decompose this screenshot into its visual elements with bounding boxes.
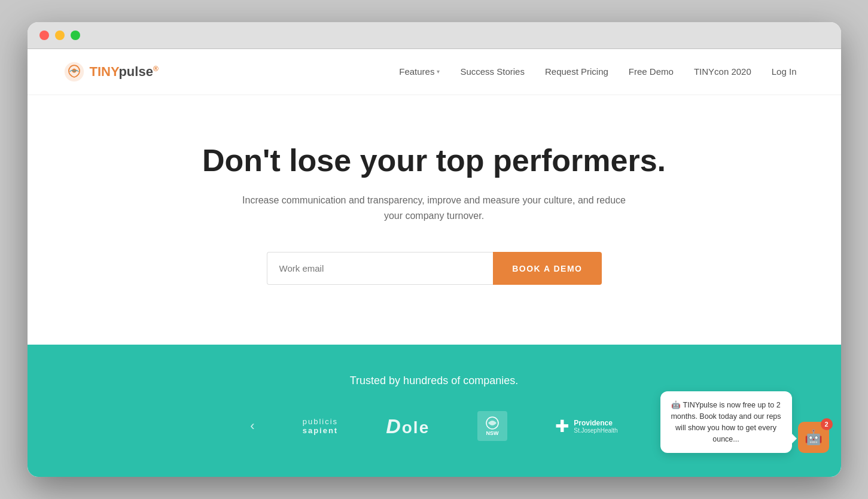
chat-message: 🤖 TINYpulse is now free up to 2 months. … [671,401,781,443]
chat-badge: 2 [821,418,833,430]
browser-chrome [28,22,841,49]
page-content: TINYpulse® Features ▾ Success Stories Re… [28,49,841,477]
maximize-button[interactable] [71,31,80,40]
nav-item-success-stories[interactable]: Success Stories [452,62,533,81]
navbar: TINYpulse® Features ▾ Success Stories Re… [28,49,841,95]
nsw-emblem-icon: NSW [477,411,507,441]
prev-arrow[interactable]: ‹ [250,418,254,434]
email-input[interactable] [267,252,494,285]
nav-item-free-demo[interactable]: Free Demo [620,62,682,81]
logo-icon [63,61,85,83]
nav-item-tinycon[interactable]: TINYcon 2020 [686,62,760,81]
trusted-title: Trusted by hundreds of companies. [51,375,817,387]
chat-widget[interactable]: 🤖 TINYpulse is now free up to 2 months. … [660,391,829,453]
svg-text:NSW: NSW [486,430,500,436]
chevron-down-icon: ▾ [437,68,440,75]
chat-avatar[interactable]: 🤖 2 [798,422,829,453]
hero-title: Don't lose your top performers. [51,143,817,179]
providence-logo: ✚ Providence St.JosephHealth [555,416,617,436]
nav-links: Features ▾ Success Stories Request Prici… [391,62,805,81]
hero-form: BOOK A DEMO [267,252,602,285]
svg-rect-1 [477,411,507,441]
nav-item-login[interactable]: Log In [763,62,805,81]
browser-window: TINYpulse® Features ▾ Success Stories Re… [28,22,841,477]
close-button[interactable] [39,31,49,40]
minimize-button[interactable] [55,31,65,40]
hero-subtitle: Increase communication and transparency,… [237,193,632,223]
logo[interactable]: TINYpulse® [63,61,159,83]
trusted-section: Trusted by hundreds of companies. ‹ publ… [28,345,841,477]
publicis-sapient-logo: publicis sapient [303,417,339,435]
robot-icon: 🤖 [805,429,823,446]
hero-section: Don't lose your top performers. Increase… [28,95,841,345]
nsw-logo: NSW [477,411,507,441]
dole-logo: Dole [386,415,430,438]
book-demo-button[interactable]: BOOK A DEMO [493,252,601,285]
chat-bubble: 🤖 TINYpulse is now free up to 2 months. … [660,391,792,453]
nav-item-request-pricing[interactable]: Request Pricing [537,62,617,81]
nav-item-features[interactable]: Features ▾ [391,62,448,81]
